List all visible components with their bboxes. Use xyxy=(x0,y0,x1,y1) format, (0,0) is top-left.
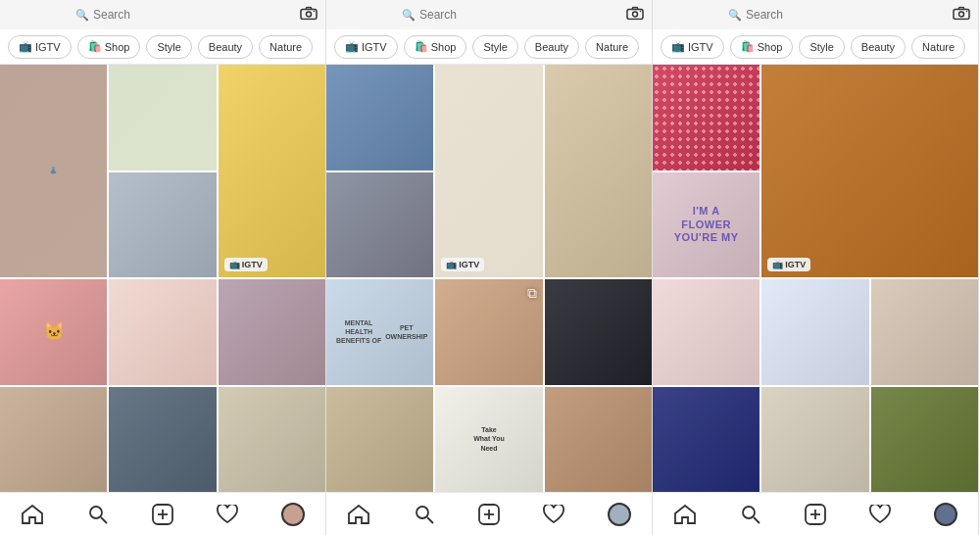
camera-icon-3[interactable] xyxy=(953,7,970,24)
nav-search-2[interactable] xyxy=(405,495,444,534)
grid-cell-2-3-3[interactable] xyxy=(545,279,652,385)
bottom-nav-1 xyxy=(0,492,325,535)
phone-2: 🔍 📺 IGTV 🛍️ Shop Style Beauty Nature xyxy=(326,0,653,535)
nav-add-2[interactable] xyxy=(469,495,509,534)
filter-shop-2[interactable]: 🛍️ Shop xyxy=(404,35,467,59)
grid-cell-2-1-2[interactable]: 📺 IGTV xyxy=(435,65,542,277)
grid-cell-4-1[interactable] xyxy=(0,387,107,493)
search-input-2[interactable] xyxy=(419,8,576,22)
nav-add-1[interactable] xyxy=(143,495,182,534)
igtv-badge-icon: 📺 xyxy=(229,260,240,269)
grid-cell-3-4-3[interactable] xyxy=(871,387,978,493)
nav-profile-1[interactable] xyxy=(273,495,313,534)
filter-igtv-1[interactable]: 📺 IGTV xyxy=(8,35,72,59)
igtv-badge-icon-3: 📺 xyxy=(772,260,783,269)
svg-point-9 xyxy=(633,12,638,17)
grid-cell-4-3[interactable] xyxy=(219,387,325,493)
svg-line-12 xyxy=(427,517,433,523)
filter-shop-1[interactable]: 🛍️ Shop xyxy=(77,35,141,59)
grid-cell-4-2[interactable] xyxy=(109,387,216,493)
igtv-icon-3: 📺 xyxy=(671,40,685,53)
filter-beauty-1[interactable]: Beauty xyxy=(198,35,253,59)
filter-beauty-2[interactable]: Beauty xyxy=(524,35,579,59)
multi-photo-badge: ⧉ xyxy=(527,285,537,302)
profile-avatar-2 xyxy=(608,503,631,526)
shop-icon-3: 🛍️ xyxy=(741,40,755,53)
filter-style-1[interactable]: Style xyxy=(146,35,191,59)
grid-cell-1-3[interactable]: 📺 IGTV xyxy=(219,65,325,277)
nav-profile-3[interactable] xyxy=(926,495,965,534)
nav-heart-1[interactable] xyxy=(208,495,247,534)
filter-igtv-2[interactable]: 📺 IGTV xyxy=(334,35,398,59)
bottom-nav-2 xyxy=(326,492,652,535)
filter-nature-1[interactable]: Nature xyxy=(259,35,313,59)
search-bar-2[interactable]: 🔍 xyxy=(326,0,652,29)
igtv-icon-2: 📺 xyxy=(345,40,359,53)
grid-cell-2-3-2[interactable]: ⧉ xyxy=(435,279,542,385)
igtv-badge-icon-2: 📺 xyxy=(446,260,457,269)
nav-home-2[interactable] xyxy=(339,495,378,534)
grid-cell-3-4-2[interactable] xyxy=(761,387,868,493)
svg-point-11 xyxy=(416,507,428,518)
grid-cell-1-2[interactable] xyxy=(109,65,216,170)
grid-cell-2-4-1[interactable] xyxy=(326,387,433,493)
igtv-badge-1: 📺 IGTV xyxy=(224,258,268,271)
grid-cell-3-4-1[interactable] xyxy=(653,387,760,493)
filter-beauty-3[interactable]: Beauty xyxy=(851,35,906,59)
filter-igtv-3[interactable]: 📺 IGTV xyxy=(661,35,724,59)
profile-avatar-1 xyxy=(281,503,305,526)
nav-add-3[interactable] xyxy=(796,495,835,534)
grid-cell-2-4-2[interactable]: TakeWhat YouNeed xyxy=(435,387,542,493)
phone-1: 🔍 📺 IGTV 🛍️ Shop Style Beauty Natur xyxy=(0,0,326,535)
igtv-badge-2: 📺 IGTV xyxy=(441,258,484,271)
nav-heart-2[interactable] xyxy=(534,495,573,534)
grid-cell-3-3-1[interactable] xyxy=(653,279,760,385)
grid-cell-3-3[interactable] xyxy=(219,279,325,385)
search-bar-3[interactable]: 🔍 xyxy=(653,0,978,29)
filter-style-3[interactable]: Style xyxy=(799,35,844,59)
search-input-1[interactable] xyxy=(93,8,250,22)
filter-row-2: 📺 IGTV 🛍️ Shop Style Beauty Nature xyxy=(326,29,652,65)
grid-cell-3-1-1[interactable] xyxy=(653,65,760,170)
grid-cell-2-2-1[interactable] xyxy=(326,172,433,278)
grid-cell-3-2-1[interactable]: I'M AFLOWERYOU'RE MY xyxy=(653,172,760,278)
grid-cell-2-1[interactable] xyxy=(109,172,216,278)
grid-cell-2-1-1[interactable] xyxy=(326,65,433,170)
nav-home-3[interactable] xyxy=(665,495,705,534)
grid-2: 📺 IGTV MENTAL HEALTH BENEFITS OF PET OWN… xyxy=(326,65,652,492)
grid-3: 📺 IGTV I'M AFLOWERYOU'RE MY xyxy=(653,65,978,492)
filter-shop-3[interactable]: 🛍️ Shop xyxy=(730,35,794,59)
camera-icon-1[interactable] xyxy=(300,7,318,24)
phone-3: 🔍 📺 IGTV 🛍️ Shop Style Beauty Nature xyxy=(653,0,979,535)
nav-profile-2[interactable] xyxy=(600,495,639,534)
grid-cell-3-2[interactable] xyxy=(109,279,216,385)
svg-point-1 xyxy=(307,12,312,17)
grid-cell-2-3-1[interactable]: MENTAL HEALTH BENEFITS OF PET OWNERSHIP xyxy=(326,279,433,385)
filter-nature-3[interactable]: Nature xyxy=(911,35,965,59)
grid-cell-3-1-2[interactable]: 📺 IGTV xyxy=(761,65,978,277)
filter-row-1: 📺 IGTV 🛍️ Shop Style Beauty Nature xyxy=(0,29,325,65)
svg-line-4 xyxy=(101,517,107,523)
nav-search-3[interactable] xyxy=(731,495,770,534)
grid-cell-3-1[interactable]: 🐱 xyxy=(0,279,107,385)
search-bar-1[interactable]: 🔍 xyxy=(0,0,325,29)
svg-point-19 xyxy=(743,507,755,518)
filter-nature-2[interactable]: Nature xyxy=(585,35,639,59)
grid-cell-2-4-3[interactable] xyxy=(545,387,652,493)
profile-avatar-3 xyxy=(934,503,957,526)
nav-heart-3[interactable] xyxy=(860,495,900,534)
grid-cell-3-3-2[interactable] xyxy=(761,279,868,385)
nav-search-1[interactable] xyxy=(78,495,118,534)
svg-point-18 xyxy=(966,11,968,13)
nav-home-1[interactable] xyxy=(13,495,52,534)
search-icon: 🔍 xyxy=(75,9,89,22)
svg-point-3 xyxy=(90,507,102,518)
grid-cell-3-3-3[interactable] xyxy=(871,279,978,385)
grid-cell-2-1-3[interactable] xyxy=(545,65,652,277)
filter-style-2[interactable]: Style xyxy=(472,35,517,59)
shop-icon-1: 🛍️ xyxy=(88,40,102,53)
search-input-3[interactable] xyxy=(746,8,903,22)
grid-cell-1-1[interactable]: 👗 xyxy=(0,65,107,277)
camera-icon-2[interactable] xyxy=(626,7,644,24)
igtv-badge-3: 📺 IGTV xyxy=(767,258,810,271)
